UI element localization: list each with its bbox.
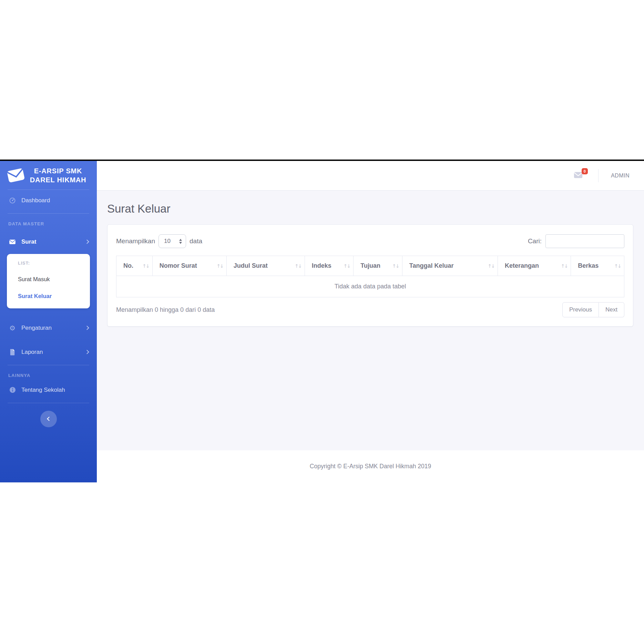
sort-icon: ↑↓ bbox=[142, 263, 149, 268]
empty-message: Tidak ada data pada tabel bbox=[116, 276, 624, 297]
table-controls: Menampilkan 10 data Cari: bbox=[116, 234, 624, 248]
sidebar-divider bbox=[8, 190, 89, 190]
column-header-indeks[interactable]: Indeks↑↓ bbox=[305, 256, 354, 276]
sidebar-item-label: Dashboard bbox=[21, 197, 50, 204]
submenu-item-surat-masuk[interactable]: Surat Masuk bbox=[7, 276, 90, 283]
page: E-ARSIP SMK DAREL HIKMAH Dashboard DATA … bbox=[0, 0, 644, 644]
sort-icon: ↑↓ bbox=[614, 263, 621, 268]
speedometer-icon bbox=[8, 197, 17, 204]
topbar: 0 ADMIN bbox=[97, 161, 644, 191]
submenu-item-surat-keluar[interactable]: Surat Keluar bbox=[7, 293, 90, 299]
sidebar-item-label: Surat bbox=[21, 238, 36, 245]
select-arrows-icon bbox=[179, 239, 182, 244]
page-length-select[interactable]: 10 bbox=[159, 234, 186, 248]
chevron-right-icon bbox=[85, 350, 89, 354]
topbar-divider bbox=[598, 169, 599, 182]
chevron-left-icon bbox=[47, 417, 51, 421]
content: Surat Keluar Menampilkan 10 data bbox=[97, 191, 644, 450]
sidebar-divider bbox=[8, 403, 89, 403]
pagination: Previous Next bbox=[562, 302, 624, 317]
user-name: ADMIN bbox=[611, 173, 630, 179]
sidebar-item-surat[interactable]: Surat bbox=[0, 234, 97, 250]
envelope-icon bbox=[8, 239, 17, 245]
column-header-berkas[interactable]: Berkas↑↓ bbox=[571, 256, 624, 276]
search-input[interactable] bbox=[545, 234, 624, 248]
sidebar-toggle-wrap bbox=[0, 411, 97, 427]
table-header-row: No.↑↓ Nomor Surat↑↓ Judul Surat↑↓ Indeks… bbox=[116, 256, 624, 276]
sort-icon: ↑↓ bbox=[488, 263, 494, 268]
copyright-text: Copyright © E-Arsip SMK Darel Hikmah 201… bbox=[310, 463, 431, 470]
surat-submenu: LIST: Surat Masuk Surat Keluar bbox=[7, 254, 90, 308]
sidebar-section-data-master: DATA MASTER bbox=[0, 214, 97, 228]
gear-icon: ⚙ bbox=[8, 325, 17, 331]
search-control: Cari: bbox=[528, 234, 624, 248]
column-header-nomor-surat[interactable]: Nomor Surat↑↓ bbox=[152, 256, 226, 276]
previous-page-button[interactable]: Previous bbox=[562, 302, 599, 317]
brand-envelope-icon bbox=[5, 166, 27, 185]
column-header-keterangan[interactable]: Keterangan↑↓ bbox=[498, 256, 571, 276]
sidebar-item-tentang-sekolah[interactable]: Tentang Sekolah bbox=[0, 382, 97, 398]
user-menu[interactable]: ADMIN bbox=[611, 173, 630, 179]
sidebar-brand[interactable]: E-ARSIP SMK DAREL HIKMAH bbox=[0, 161, 97, 185]
info-circle-icon bbox=[8, 387, 17, 393]
sort-icon: ↑↓ bbox=[295, 263, 301, 268]
sort-icon: ↑↓ bbox=[216, 263, 223, 268]
table-info: Menampilkan 0 hingga 0 dari 0 data bbox=[116, 306, 215, 314]
file-icon bbox=[8, 349, 17, 356]
empty-row: Tidak ada data pada tabel bbox=[116, 276, 624, 297]
submenu-heading: LIST: bbox=[7, 261, 90, 266]
sidebar-item-dashboard[interactable]: Dashboard bbox=[0, 193, 97, 208]
sort-icon: ↑↓ bbox=[344, 263, 350, 268]
chevron-right-icon bbox=[85, 239, 89, 244]
app-window: E-ARSIP SMK DAREL HIKMAH Dashboard DATA … bbox=[0, 160, 644, 482]
column-header-tujuan[interactable]: Tujuan↑↓ bbox=[354, 256, 402, 276]
table-footer: Menampilkan 0 hingga 0 dari 0 data Previ… bbox=[116, 302, 624, 317]
sidebar-item-label: Tentang Sekolah bbox=[21, 387, 65, 393]
page-length-value: 10 bbox=[164, 238, 171, 245]
unread-badge: 0 bbox=[582, 168, 588, 174]
sidebar-item-label: Laporan bbox=[21, 349, 43, 356]
footer: Copyright © E-Arsip SMK Darel Hikmah 201… bbox=[97, 450, 644, 482]
page-title: Surat Keluar bbox=[107, 202, 633, 215]
column-header-judul-surat[interactable]: Judul Surat↑↓ bbox=[226, 256, 305, 276]
brand-title: E-ARSIP SMK DAREL HIKMAH bbox=[25, 166, 91, 185]
sidebar-item-laporan[interactable]: Laporan bbox=[0, 344, 97, 360]
sidebar-item-pengaturan[interactable]: ⚙ Pengaturan bbox=[0, 320, 97, 336]
next-page-button[interactable]: Next bbox=[599, 302, 624, 317]
sort-icon: ↑↓ bbox=[561, 263, 568, 268]
length-control: Menampilkan 10 data bbox=[116, 234, 202, 248]
main-area: 0 ADMIN Surat Keluar Menampilkan 10 bbox=[97, 161, 644, 482]
datatable-card: Menampilkan 10 data Cari: bbox=[107, 224, 633, 327]
messages-dropdown[interactable]: 0 bbox=[573, 171, 583, 180]
column-header-tanggal-keluar[interactable]: Tanggal Keluar↑↓ bbox=[402, 256, 498, 276]
sidebar-section-lainnya: LAINNYA bbox=[0, 365, 97, 379]
column-header-no[interactable]: No.↑↓ bbox=[116, 256, 153, 276]
length-label-after: data bbox=[190, 237, 202, 245]
sort-icon: ↑↓ bbox=[392, 263, 399, 268]
surat-keluar-table: No.↑↓ Nomor Surat↑↓ Judul Surat↑↓ Indeks… bbox=[116, 256, 624, 297]
sidebar-item-label: Pengaturan bbox=[21, 325, 52, 331]
length-label-before: Menampilkan bbox=[116, 237, 155, 245]
sidebar-collapse-button[interactable] bbox=[40, 411, 57, 427]
sidebar: E-ARSIP SMK DAREL HIKMAH Dashboard DATA … bbox=[0, 161, 97, 482]
search-label: Cari: bbox=[528, 237, 542, 245]
chevron-right-icon bbox=[85, 326, 89, 330]
